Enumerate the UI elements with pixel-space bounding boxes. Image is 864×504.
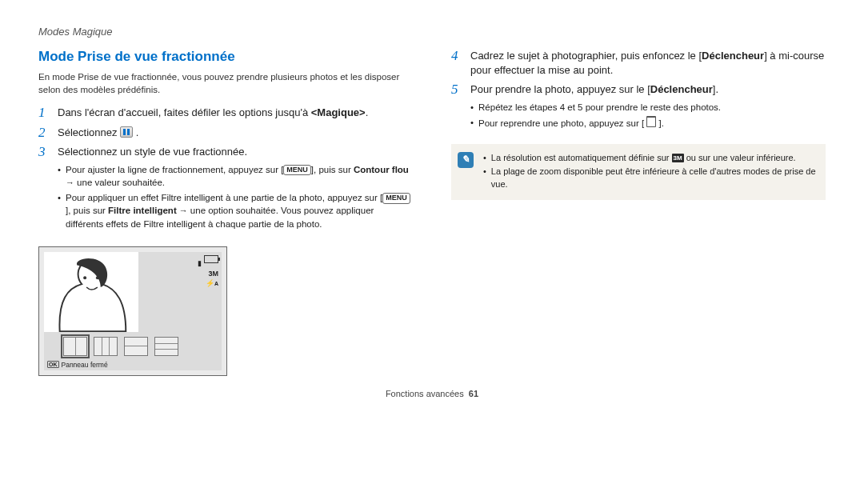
step-text: Dans l'écran d'accueil, faites défiler l… [58, 106, 311, 118]
svg-point-1 [96, 276, 99, 279]
arrow-icon: → [177, 206, 190, 215]
step-1: 1 Dans l'écran d'accueil, faites défiler… [38, 106, 413, 121]
layout-2col [63, 337, 87, 356]
flash-mode: A [214, 281, 218, 286]
section-title: Mode Prise de vue fractionnée [38, 49, 413, 65]
page-footer: Fonctions avancées 61 [38, 389, 826, 398]
preview-pane [44, 252, 138, 332]
left-column: Mode Prise de vue fractionnée En mode Pr… [38, 49, 413, 376]
step-number: 1 [38, 106, 50, 121]
arrow-icon: → [66, 178, 77, 187]
camera-caption: OK Panneau fermé [47, 361, 108, 369]
layout-2row [124, 337, 148, 356]
step-number: 4 [451, 49, 462, 64]
layout-picker [62, 335, 180, 358]
camera-screenshot: ▮ 3M ⚡A OK Panneau fermé [38, 246, 227, 376]
note-icon: ✎ [458, 152, 474, 168]
running-header: Modes Magique [38, 26, 826, 38]
note-box: ✎ La résolution est automatiquement défi… [451, 144, 826, 200]
step-4: 4 Cadrez le sujet à photographier, puis … [451, 49, 826, 78]
camera-status: ▮ 3M ⚡A [198, 255, 218, 289]
step-2: 2 Sélectionnez . [38, 126, 413, 141]
magique-label: <Magique> [311, 106, 366, 118]
sub-bullet: Pour reprendre une photo, appuyez sur [ … [470, 116, 826, 130]
sub-bullet: Pour appliquer un effet Filtre intellige… [58, 191, 413, 230]
ok-button-icon: OK [47, 361, 59, 368]
note-bullet: La résolution est automatiquement défini… [483, 152, 816, 164]
step-number: 5 [451, 82, 462, 98]
section-intro: En mode Prise de vue fractionnée, vous p… [38, 71, 413, 96]
manual-page: Modes Magique Mode Prise de vue fraction… [0, 0, 864, 406]
menu-button-icon: MENU [283, 165, 311, 176]
step-3: 3 Sélectionnez un style de vue fractionn… [38, 145, 413, 235]
layout-3row [154, 337, 178, 356]
step-number: 2 [38, 126, 50, 141]
sub-bullet: Pour ajuster la ligne de fractionnement,… [58, 163, 413, 190]
layout-3col [94, 337, 118, 356]
step-text: Sélectionnez un style de vue fractionnée… [58, 145, 413, 159]
battery-icon [204, 255, 218, 263]
resolution-badge: 3M [672, 154, 684, 162]
resolution-badge: 3M [198, 269, 218, 279]
menu-button-icon: MENU [382, 193, 410, 204]
sub-bullet: Répétez les étapes 4 et 5 pour prendre l… [470, 101, 826, 114]
step-number: 3 [38, 145, 50, 160]
split-shot-icon [120, 126, 133, 138]
svg-point-0 [83, 276, 86, 279]
step-5: 5 Pour prendre la photo, appuyez sur le … [451, 82, 826, 134]
trash-icon [646, 116, 656, 127]
shutter-label: Déclencheur [702, 50, 764, 62]
shutter-label: Déclencheur [650, 83, 713, 95]
page-number: 61 [469, 389, 478, 398]
step-text: Sélectionnez [58, 126, 120, 138]
right-column: 4 Cadrez le sujet à photographier, puis … [451, 49, 826, 376]
note-bullet: La plage de zoom disponible peut être in… [483, 166, 816, 190]
